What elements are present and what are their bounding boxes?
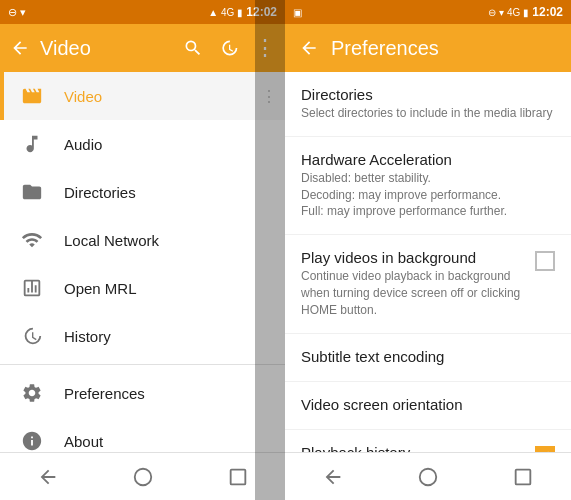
audio-icon [16, 128, 48, 160]
pref-item-subtitle[interactable]: Subtitle text encoding [285, 334, 571, 382]
nav-item-history[interactable]: History [0, 312, 285, 360]
left-statusbar-left: ⊖ ▾ [8, 6, 26, 19]
nav-label-directories: Directories [64, 184, 136, 201]
recents-nav-button[interactable] [218, 457, 258, 497]
right-home-nav-button[interactable] [408, 457, 448, 497]
nav-item-directories[interactable]: Directories [0, 168, 285, 216]
right-back-nav-button[interactable] [313, 457, 353, 497]
playback-checkbox[interactable]: ✓ [535, 446, 555, 452]
pref-item-orientation[interactable]: Video screen orientation [285, 382, 571, 430]
svg-rect-3 [516, 469, 531, 484]
background-checkbox[interactable] [535, 251, 555, 271]
signal-strength: ▲ 4G [208, 7, 234, 18]
nav-label-video: Video [64, 88, 102, 105]
nav-divider [0, 364, 285, 365]
right-toolbar: Preferences [285, 24, 571, 72]
pref-item-background[interactable]: Play videos in background Continue video… [285, 235, 571, 333]
pref-row-background: Play videos in background Continue video… [301, 249, 555, 318]
nav-label-open-mrl: Open MRL [64, 280, 137, 297]
back-button[interactable] [8, 36, 32, 60]
nav-item-audio[interactable]: Audio [0, 120, 285, 168]
pref-title-directories: Directories [301, 86, 555, 103]
back-nav-button[interactable] [28, 457, 68, 497]
pref-desc-background: Continue video playback in background wh… [301, 268, 527, 318]
network-icon [16, 224, 48, 256]
video-icon [16, 80, 48, 112]
left-toolbar: Video ⋮ [0, 24, 285, 72]
settings-icon [16, 377, 48, 409]
right-toolbar-title: Preferences [331, 37, 439, 60]
battery-icon: ▮ [237, 7, 243, 18]
pref-title-playback: Playback history [301, 444, 527, 452]
right-signal: ⊖ ▾ 4G [488, 7, 520, 18]
notification-icons: ⊖ ▾ [8, 6, 26, 19]
nav-label-local-network: Local Network [64, 232, 159, 249]
pref-item-hardware[interactable]: Hardware Acceleration Disabled: better s… [285, 137, 571, 235]
right-battery: ▮ [523, 7, 529, 18]
nav-label-audio: Audio [64, 136, 102, 153]
about-icon [16, 425, 48, 452]
pref-item-directories[interactable]: Directories Select directories to includ… [285, 72, 571, 137]
svg-point-0 [134, 468, 151, 485]
right-content: Directories Select directories to includ… [285, 72, 571, 452]
pref-title-background: Play videos in background [301, 249, 527, 266]
nav-label-history: History [64, 328, 111, 345]
right-statusbar-left: ▣ [293, 7, 302, 18]
pref-desc-directories: Select directories to include in the med… [301, 105, 555, 122]
nav-label-preferences: Preferences [64, 385, 145, 402]
pref-desc-hardware: Disabled: better stability. Decoding: ma… [301, 170, 555, 220]
right-time: 12:02 [532, 5, 563, 19]
history-nav-icon [16, 320, 48, 352]
nav-item-about[interactable]: About [0, 417, 285, 452]
pref-title-orientation: Video screen orientation [301, 396, 555, 413]
pref-title-hardware: Hardware Acceleration [301, 151, 555, 168]
history-button[interactable] [217, 36, 241, 60]
nav-item-video[interactable]: Video ⋮ [0, 72, 285, 120]
left-toolbar-title: Video [40, 37, 173, 60]
search-button[interactable] [181, 36, 205, 60]
right-statusbar: ▣ ⊖ ▾ 4G ▮ 12:02 [285, 0, 571, 24]
right-recents-nav-button[interactable] [503, 457, 543, 497]
left-panel: ⊖ ▾ ▲ 4G ▮ 12:02 Video [0, 0, 285, 500]
pref-text-playback: Playback history Save all media played i… [301, 444, 527, 452]
open-mrl-icon [16, 272, 48, 304]
svg-rect-1 [230, 469, 245, 484]
left-nav-list: Video ⋮ Audio Directories [0, 72, 285, 452]
right-statusbar-right: ⊖ ▾ 4G ▮ 12:02 [488, 5, 563, 19]
nav-item-preferences[interactable]: Preferences [0, 369, 285, 417]
nav-item-local-network[interactable]: Local Network [0, 216, 285, 264]
pref-item-playback[interactable]: Playback history Save all media played i… [285, 430, 571, 452]
nav-label-about: About [64, 433, 103, 450]
right-bottom-nav [285, 452, 571, 500]
left-shadow-overlay [255, 0, 285, 500]
folder-icon [16, 176, 48, 208]
svg-point-2 [420, 468, 437, 485]
right-panel: ▣ ⊖ ▾ 4G ▮ 12:02 Preferences Directories… [285, 0, 571, 500]
left-bottom-nav [0, 452, 285, 500]
pref-row-playback: Playback history Save all media played i… [301, 444, 555, 452]
left-statusbar: ⊖ ▾ ▲ 4G ▮ 12:02 [0, 0, 285, 24]
home-nav-button[interactable] [123, 457, 163, 497]
right-notification-icons: ▣ [293, 7, 302, 18]
right-back-button[interactable] [297, 36, 321, 60]
pref-text-background: Play videos in background Continue video… [301, 249, 527, 318]
pref-title-subtitle: Subtitle text encoding [301, 348, 555, 365]
nav-item-open-mrl[interactable]: Open MRL [0, 264, 285, 312]
